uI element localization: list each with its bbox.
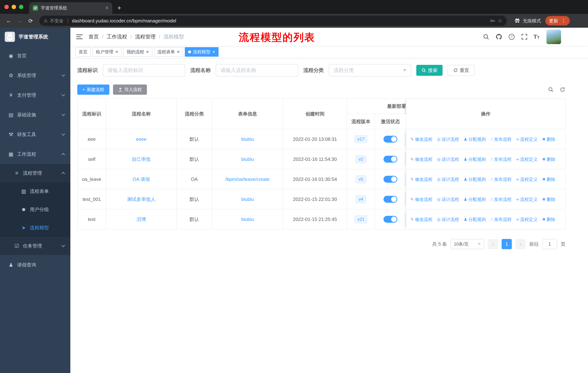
back-button[interactable]: ← bbox=[4, 16, 14, 26]
status-toggle[interactable] bbox=[383, 196, 397, 203]
form-info-link[interactable]: biubiu bbox=[241, 136, 254, 142]
status-toggle[interactable] bbox=[383, 216, 397, 223]
status-toggle[interactable] bbox=[383, 156, 397, 163]
sidebar-item-process-model[interactable]: ➤ 流程模型 bbox=[0, 219, 70, 237]
create-process-button[interactable]: + 新建流程 bbox=[77, 84, 109, 95]
process-name-link[interactable]: 测试多审批人 bbox=[127, 197, 156, 202]
process-definition-link[interactable]: ∞流程定义 bbox=[516, 156, 538, 162]
tab-close-icon[interactable]: ✕ bbox=[105, 6, 109, 10]
modify-process-link[interactable]: ✎修改流程 bbox=[410, 156, 432, 162]
tag-process-model[interactable]: 流程模型 ✕ bbox=[185, 47, 219, 57]
window-close-button[interactable] bbox=[4, 5, 9, 9]
modify-process-link[interactable]: ✎修改流程 bbox=[410, 217, 432, 222]
status-toggle[interactable] bbox=[383, 176, 397, 183]
tag-process-form[interactable]: 流程表单 ✕ bbox=[154, 47, 183, 57]
page-1-button[interactable]: 1 bbox=[502, 239, 512, 249]
assign-rule-link[interactable]: ♟分配规则 bbox=[464, 156, 486, 162]
process-definition-link[interactable]: ∞流程定义 bbox=[516, 136, 538, 142]
design-process-link[interactable]: ◎设计流程 bbox=[437, 176, 459, 182]
sidebar-item-user-group[interactable]: ☻ 用户分组 bbox=[0, 200, 70, 219]
process-name-link[interactable]: OA 请假 bbox=[133, 176, 150, 182]
github-icon[interactable] bbox=[495, 33, 503, 40]
sidebar-item-dev-tools[interactable]: ⚒ 研发工具 bbox=[0, 125, 70, 144]
delete-link[interactable]: ✖删除 bbox=[542, 217, 555, 222]
reload-button[interactable]: ⟳ bbox=[26, 16, 36, 26]
search-button[interactable]: 搜索 bbox=[416, 65, 442, 76]
form-info-link[interactable]: biubiu bbox=[241, 197, 254, 202]
sidebar-item-home[interactable]: ◉ 首页 bbox=[0, 46, 70, 66]
process-definition-link[interactable]: ∞流程定义 bbox=[516, 176, 538, 182]
window-minimize-button[interactable] bbox=[12, 5, 16, 9]
publish-process-link[interactable]: ☝发布流程 bbox=[491, 156, 511, 162]
form-info-link[interactable]: biubiu bbox=[241, 156, 254, 162]
forward-button[interactable]: → bbox=[15, 16, 25, 26]
fullscreen-icon[interactable] bbox=[521, 33, 528, 40]
publish-process-link[interactable]: ☝发布流程 bbox=[491, 176, 511, 182]
avatar[interactable] bbox=[546, 30, 561, 44]
tag-my-process[interactable]: 我的流程 ✕ bbox=[123, 47, 152, 57]
prev-page-button[interactable]: ‹ bbox=[488, 239, 498, 249]
window-zoom-button[interactable] bbox=[19, 5, 23, 9]
sidebar-item-leave-query[interactable]: ♟ 请假查询 bbox=[0, 255, 70, 275]
modify-process-link[interactable]: ✎修改流程 bbox=[410, 176, 432, 182]
close-icon[interactable]: ✕ bbox=[146, 50, 149, 54]
tag-home[interactable]: 首页 bbox=[75, 47, 91, 57]
design-process-link[interactable]: ◎设计流程 bbox=[437, 136, 459, 142]
font-size-icon[interactable]: TT bbox=[534, 33, 539, 40]
category-select[interactable]: 流程分类 bbox=[329, 64, 411, 77]
browser-menu-icon[interactable]: ⋮ bbox=[561, 18, 566, 23]
design-process-link[interactable]: ◎设计流程 bbox=[437, 156, 459, 162]
update-button[interactable]: 更新 ⋮ bbox=[545, 16, 570, 26]
close-icon[interactable]: ✕ bbox=[177, 50, 180, 54]
sidebar-item-process-form[interactable]: ▥ 流程表单 bbox=[0, 182, 70, 200]
delete-link[interactable]: ✖删除 bbox=[542, 136, 555, 142]
sidebar-item-process-management[interactable]: ≡ 流程管理 bbox=[0, 164, 70, 182]
assign-rule-link[interactable]: ♟分配规则 bbox=[464, 217, 486, 222]
refresh-table-icon[interactable] bbox=[560, 87, 565, 92]
security-label[interactable]: 不安全 bbox=[50, 18, 64, 24]
delete-link[interactable]: ✖删除 bbox=[542, 176, 555, 182]
hamburger-icon[interactable] bbox=[76, 34, 83, 39]
browser-tab[interactable]: 芋道管理系统 ✕ bbox=[29, 2, 112, 14]
import-process-button[interactable]: 导入流程 bbox=[113, 84, 147, 95]
process-name-link[interactable]: eeee bbox=[136, 136, 147, 142]
delete-link[interactable]: ✖删除 bbox=[542, 197, 555, 202]
new-tab-button[interactable]: + bbox=[117, 5, 121, 11]
sidebar-item-task-management[interactable]: ☑ 任务管理 bbox=[0, 237, 70, 255]
publish-process-link[interactable]: ☝发布流程 bbox=[491, 136, 511, 142]
page-size-select[interactable]: 10条/页 bbox=[451, 239, 484, 249]
bookmark-star-icon[interactable]: ☆ bbox=[498, 18, 502, 24]
publish-process-link[interactable]: ☝发布流程 bbox=[491, 197, 511, 202]
process-name-link[interactable]: 自己审批 bbox=[132, 156, 151, 162]
sidebar-item-infrastructure[interactable]: ▤ 基础设施 bbox=[0, 105, 70, 125]
design-process-link[interactable]: ◎设计流程 bbox=[437, 197, 459, 202]
goto-page-input[interactable] bbox=[542, 239, 557, 249]
breadcrumb-workflow[interactable]: 工作流程 bbox=[107, 33, 127, 40]
assign-rule-link[interactable]: ♟分配规则 bbox=[464, 197, 486, 202]
assign-rule-link[interactable]: ♟分配规则 bbox=[464, 136, 486, 142]
reset-button[interactable]: 重置 bbox=[448, 65, 475, 76]
breadcrumb-home[interactable]: 首页 bbox=[89, 33, 99, 40]
modify-process-link[interactable]: ✎修改流程 bbox=[410, 197, 432, 202]
process-name-input[interactable] bbox=[216, 64, 298, 77]
sidebar-logo[interactable]: 芋道管理系统 bbox=[0, 28, 70, 46]
assign-rule-link[interactable]: ♟分配规则 bbox=[464, 176, 486, 182]
process-key-input[interactable] bbox=[103, 64, 185, 77]
tag-tenant-management[interactable]: 租户管理 ✕ bbox=[93, 47, 122, 57]
search-icon[interactable] bbox=[483, 33, 490, 40]
process-definition-link[interactable]: ∞流程定义 bbox=[516, 197, 538, 202]
delete-link[interactable]: ✖删除 bbox=[542, 156, 555, 162]
password-key-icon[interactable] bbox=[490, 18, 496, 24]
design-process-link[interactable]: ◎设计流程 bbox=[437, 217, 459, 222]
search-toggle-icon[interactable] bbox=[548, 87, 554, 92]
process-definition-link[interactable]: ∞流程定义 bbox=[516, 217, 538, 222]
sidebar-item-system-management[interactable]: ⚙ 系统管理 bbox=[0, 66, 70, 85]
process-name-link[interactable]: 滔博 bbox=[136, 217, 146, 222]
close-icon[interactable]: ✕ bbox=[115, 50, 118, 54]
form-info-link[interactable]: /bpm/oa/leave/create bbox=[225, 176, 270, 182]
form-info-link[interactable]: biubiu bbox=[241, 217, 254, 222]
sidebar-item-workflow[interactable]: ▦ 工作流程 bbox=[0, 144, 70, 164]
next-page-button[interactable]: › bbox=[515, 239, 526, 249]
sidebar-item-payment-management[interactable]: ¥ 支付管理 bbox=[0, 85, 70, 105]
breadcrumb-process-management[interactable]: 流程管理 bbox=[135, 33, 156, 40]
